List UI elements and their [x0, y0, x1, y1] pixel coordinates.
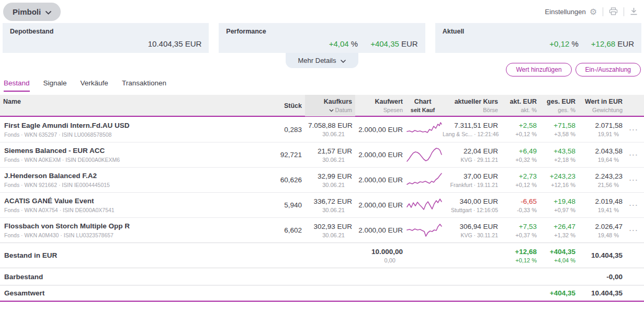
- summary-cards: Depotbestand 10.404,35 EUR Performance +…: [0, 23, 644, 53]
- gear-icon: ⚙: [590, 8, 597, 16]
- fund-name[interactable]: Siemens Balanced - EUR ACC: [4, 147, 229, 155]
- column-header-name[interactable]: Name: [0, 95, 232, 116]
- table-footer-gesamtwert: Gesamtwert +404,35 10.404,35: [0, 285, 644, 302]
- fund-name-cell[interactable]: First Eagle Amundi Intern.Fd.AU USD Fond…: [0, 122, 232, 138]
- table-row: Siemens Balanced - EUR ACC Fonds · WKN A…: [0, 142, 644, 167]
- footer-ges-cell: +404,35: [540, 289, 579, 297]
- kaufwert-cell: 2.000,00 EUR: [355, 226, 406, 234]
- kaufkurs-cell: 7.058,88 EUR 30.06.21: [305, 122, 355, 137]
- kaufkurs-cell: 32,99 EUR 30.06.21: [305, 172, 355, 188]
- column-header-akt[interactable]: akt. EUR akt. %: [501, 95, 540, 116]
- wert-cell: 2.043,58 19,64 %: [579, 147, 626, 163]
- tab-transaktionen[interactable]: Transaktionen: [122, 79, 166, 92]
- footer-wert-cell: -0,00: [579, 273, 626, 281]
- table-header: Name Stück Kaufkurs Datum Kaufwert Spese…: [0, 95, 644, 117]
- table-footer-barbestand: Barbestand -0,00: [0, 268, 644, 285]
- column-header-menu: [626, 95, 644, 116]
- row-menu-button[interactable]: ···: [626, 126, 644, 134]
- column-header-kurs[interactable]: aktueller Kurs Börse: [439, 95, 501, 116]
- tab-signale[interactable]: Signale: [43, 79, 67, 92]
- fund-details: Fonds · WKN A0M430 · ISIN LU0323578657: [4, 232, 229, 238]
- sparkline-chart: [406, 122, 439, 137]
- row-menu-button[interactable]: ···: [626, 176, 644, 184]
- table-footer-bestand: Bestand in EUR 10.000,00 0,00 +12,68 +0,…: [0, 243, 644, 268]
- stueck-cell: 0,283: [232, 126, 305, 134]
- download-button[interactable]: [630, 7, 638, 17]
- kaufwert-cell: 2.000,00 EUR: [355, 151, 406, 159]
- depotbestand-value: 10.404,35 EUR: [148, 39, 202, 48]
- footer-label: Gesamtwert: [0, 289, 232, 297]
- kurs-cell: 37,00 EUR Frankfurt · 19.11.21: [439, 172, 501, 188]
- fund-name[interactable]: First Eagle Amundi Intern.Fd.AU USD: [4, 122, 229, 129]
- tab-bestand[interactable]: Bestand: [4, 79, 30, 92]
- card-label: Performance: [226, 28, 417, 35]
- wert-cell: 2.243,23 21,56 %: [579, 172, 626, 188]
- fund-name-cell[interactable]: Flossbach von Storch Multiple Opp R Fond…: [0, 222, 232, 238]
- fund-name-cell[interactable]: Siemens Balanced - EUR ACC Fonds · WKN A…: [0, 147, 232, 163]
- print-button[interactable]: [609, 7, 618, 17]
- akt-eur-cell: +7,53 +0,37 %: [501, 223, 540, 238]
- column-header-stueck[interactable]: Stück: [232, 95, 305, 116]
- portfolio-selector[interactable]: Pimboli: [3, 3, 61, 21]
- footer-label: Bestand in EUR: [0, 251, 232, 259]
- aktuell-percent: +0,12 %: [549, 39, 578, 48]
- kurs-cell: 340,00 EUR Stuttgart · 12:16:05: [439, 197, 501, 213]
- settings-button[interactable]: Einstellungen ⚙: [545, 8, 597, 16]
- akt-eur-cell: +6,49 +0,32 %: [501, 147, 540, 163]
- footer-wert-cell: 10.404,35: [579, 251, 626, 259]
- footer-wert-cell: 10.404,35: [579, 289, 626, 297]
- column-header-kaufwert[interactable]: Kaufwert Spesen: [355, 95, 406, 116]
- add-asset-button[interactable]: Wert hinzufügen: [506, 63, 571, 76]
- card-label: Aktuell: [443, 28, 634, 35]
- payment-button[interactable]: Ein-/Auszahlung: [575, 63, 641, 76]
- column-header-chart[interactable]: Chart seit Kauf: [406, 95, 439, 116]
- ges-eur-cell: +243,23 +12,16 %: [540, 172, 579, 188]
- table-row: First Eagle Amundi Intern.Fd.AU USD Fond…: [0, 117, 644, 142]
- footer-kaufwert-cell: 10.000,00 0,00: [355, 248, 406, 263]
- card-label: Depotbestand: [10, 28, 201, 35]
- settings-label: Einstellungen: [545, 8, 586, 16]
- kaufkurs-cell: 302,93 EUR 30.06.21: [305, 223, 355, 238]
- footer-label: Barbestand: [0, 273, 232, 281]
- summary-card-aktuell: Aktuell +0,12 % +12,68 EUR: [435, 23, 641, 53]
- stueck-cell: 5,940: [232, 201, 305, 209]
- sparkline-chart: [406, 147, 439, 163]
- kaufwert-cell: 2.000,00 EUR: [355, 126, 406, 134]
- tab-verkäufe[interactable]: Verkäufe: [81, 79, 108, 92]
- divider: [603, 7, 603, 16]
- ges-eur-cell: +43,58 +2,18 %: [540, 147, 579, 163]
- sort-chevron-down-icon: [329, 107, 334, 113]
- row-menu-button[interactable]: ···: [626, 201, 644, 209]
- akt-eur-cell: -6,65 -0,33 %: [501, 197, 540, 213]
- fund-name[interactable]: Flossbach von Storch Multiple Opp R: [4, 222, 229, 230]
- chevron-down-icon: [46, 7, 51, 16]
- sparkline-chart: [406, 223, 439, 238]
- fund-name[interactable]: J.Henderson Balanced F.A2: [4, 172, 229, 180]
- table-row: J.Henderson Balanced F.A2 Fonds · WKN 92…: [0, 167, 644, 192]
- kurs-cell: 22,04 EUR KVG · 29.11.21: [439, 147, 501, 163]
- column-header-ges[interactable]: ges. EUR ges. %: [540, 95, 579, 116]
- printer-icon: [609, 7, 618, 17]
- aktuell-amount: +12,68 EUR: [591, 39, 634, 48]
- mehr-details-button[interactable]: Mehr Details: [286, 53, 359, 68]
- column-header-kaufkurs[interactable]: Kaufkurs Datum: [305, 95, 355, 116]
- fund-name-cell[interactable]: ACATIS GANÉ Value Event Fonds · WKN A0X7…: [0, 197, 232, 213]
- chevron-down-icon: [341, 57, 346, 64]
- row-menu-button[interactable]: ···: [626, 151, 644, 159]
- akt-eur-cell: +2,73 +0,12 %: [501, 172, 540, 188]
- kaufkurs-cell: 21,57 EUR 30.06.21: [305, 147, 355, 163]
- row-menu-button[interactable]: ···: [626, 226, 644, 234]
- ges-eur-cell: +19,48 +0,97 %: [540, 197, 579, 213]
- download-icon: [630, 7, 638, 17]
- fund-name-cell[interactable]: J.Henderson Balanced F.A2 Fonds · WKN 92…: [0, 172, 232, 188]
- fund-details: Fonds · WKN 635297 · ISIN LU0068578508: [4, 131, 229, 138]
- kaufwert-cell: 2.000,00 EUR: [355, 176, 406, 184]
- portfolio-name: Pimboli: [13, 7, 41, 16]
- stueck-cell: 60,626: [232, 176, 305, 184]
- details-band: Mehr Details Wert hinzufügen Ein-/Auszah…: [0, 53, 644, 78]
- column-header-wert[interactable]: Wert in EUR Gewichtung: [579, 95, 626, 116]
- footer-akt-cell: +12,68 +0,12 %: [501, 248, 540, 263]
- table-body: First Eagle Amundi Intern.Fd.AU USD Fond…: [0, 117, 644, 243]
- stueck-cell: 92,721: [232, 151, 305, 159]
- fund-name[interactable]: ACATIS GANÉ Value Event: [4, 197, 229, 205]
